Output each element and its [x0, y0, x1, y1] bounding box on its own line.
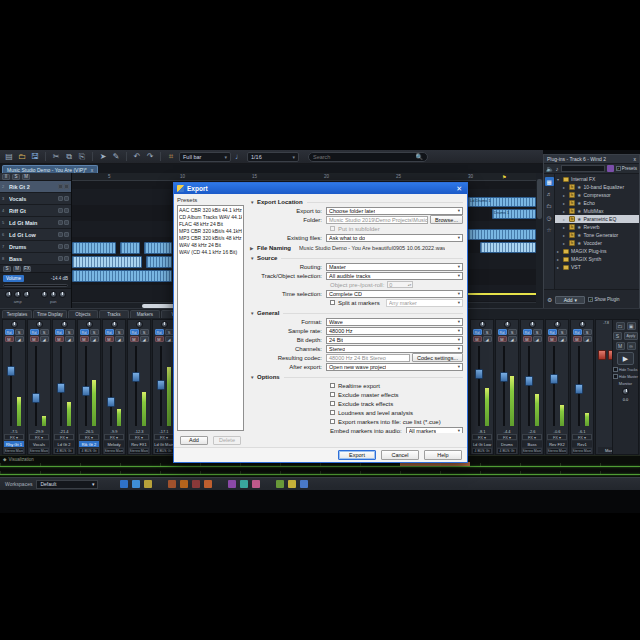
mouse-mode-icon[interactable]: ➤	[98, 153, 108, 161]
mute-button[interactable]: M	[5, 336, 14, 342]
fader-cap[interactable]	[132, 372, 140, 382]
fx-slot[interactable]: FX ▾	[547, 434, 567, 440]
amp-knob[interactable]	[5, 291, 12, 298]
track-mini-button[interactable]	[64, 208, 69, 213]
preset-item[interactable]: WAV (CD 44.1 kHz 16 Bit)	[179, 249, 242, 256]
statusbar-tool-icon[interactable]	[252, 480, 260, 488]
strip-output[interactable]: 4 BUS Gt	[54, 448, 74, 454]
strip-output[interactable]: 4 BUS Gt	[497, 448, 517, 454]
plugin-folder[interactable]: ▸VST	[555, 263, 639, 271]
cut-icon[interactable]: ✂	[51, 153, 61, 161]
fader-cap[interactable]	[475, 369, 483, 379]
split-at-markers-checkbox[interactable]	[330, 300, 335, 305]
solo-button[interactable]: S	[558, 329, 567, 335]
fx-slot[interactable]: FX ▾	[154, 434, 174, 440]
strip-output[interactable]: Stereo Mast	[547, 448, 567, 454]
mixer-strip[interactable]: RdSM◢-12.3FX ▾Rev FX1Stereo Mast	[127, 319, 151, 455]
master-mute-button[interactable]: M	[616, 342, 625, 350]
redo-icon[interactable]: ↷	[145, 153, 155, 161]
pan-knob[interactable]	[36, 321, 43, 328]
section-general[interactable]: ▼ General	[250, 309, 463, 317]
bit-depth-select[interactable]: 24 Bit▾	[326, 336, 463, 344]
codec-settings-button[interactable]: Codec settings...	[412, 353, 463, 362]
pan-knob[interactable]	[59, 291, 66, 298]
audio-clip-selected[interactable]	[72, 256, 142, 268]
fader-cap[interactable]	[500, 372, 508, 382]
expander-icon[interactable]: ▸	[563, 201, 567, 206]
checkbox-checked-icon[interactable]: ✓	[616, 166, 621, 171]
grid-combo[interactable]: 1/16 ▾	[247, 152, 299, 162]
strip-output[interactable]: 4 BUS Gt	[472, 448, 492, 454]
favorite-star-icon[interactable]: ★	[577, 200, 581, 206]
toolbar-search[interactable]: 🔍	[308, 152, 428, 162]
record-button[interactable]: Rd	[130, 329, 139, 335]
pan-knob[interactable]	[161, 321, 168, 328]
mixer-tab[interactable]: Markers	[130, 310, 160, 318]
statusbar-tool-icon[interactable]	[288, 480, 296, 488]
monitor-button[interactable]: ◢	[483, 336, 492, 342]
monitor-button[interactable]: ◢	[558, 336, 567, 342]
time-selection-select[interactable]: Complete CD▾	[326, 290, 463, 298]
fx-slot[interactable]: FX ▾	[29, 434, 49, 440]
track-mini-button[interactable]	[64, 220, 69, 225]
track-mini-button[interactable]	[58, 256, 63, 261]
audio-clip[interactable]: Ld Drums 1	[468, 197, 536, 207]
preset-item[interactable]: MP3 CBR 320 kBit/s 48 kHz	[179, 235, 242, 242]
record-button[interactable]: Rd	[548, 329, 557, 335]
statusbar-tool-icon[interactable]	[120, 480, 128, 488]
fx-slot[interactable]: FX ▾	[522, 434, 542, 440]
plugin-search[interactable]	[561, 165, 605, 172]
strip-output[interactable]: Stereo Mast	[4, 448, 24, 454]
cancel-button[interactable]: Cancel	[381, 450, 419, 460]
track-row[interactable]: 3Vocals	[0, 193, 71, 205]
pan-knob[interactable]	[479, 321, 486, 328]
format-select[interactable]: Wave▾	[326, 318, 463, 326]
track-row[interactable]: 4Riff Gt	[0, 205, 71, 217]
favorites-icon[interactable]: ☆	[545, 225, 554, 234]
expander-icon[interactable]: ▸	[563, 241, 567, 246]
favorite-star-icon[interactable]: ★	[577, 224, 581, 230]
audio-clip[interactable]	[144, 242, 172, 254]
solo-button[interactable]: S	[15, 329, 24, 335]
fader-cap[interactable]	[157, 380, 165, 390]
sample-rate-select[interactable]: 48000 Hz▾	[326, 327, 463, 335]
fx-slot[interactable]: FX ▾	[79, 434, 99, 440]
fx-slot[interactable]: FX ▾	[572, 434, 592, 440]
expander-icon[interactable]: ▾	[557, 177, 561, 182]
mute-button[interactable]: M	[105, 336, 114, 342]
expand-icon[interactable]: ▶	[250, 246, 257, 251]
monitor-button[interactable]: ◢	[583, 336, 592, 342]
scrollbar-thumb[interactable]	[537, 179, 542, 219]
files-icon[interactable]: 🗀	[545, 201, 554, 210]
mixer-tab[interactable]: Templates	[2, 310, 32, 318]
monitor-button[interactable]: ◢	[533, 336, 542, 342]
strip-output[interactable]: Stereo Mast	[572, 448, 592, 454]
subfolder-checkbox[interactable]	[330, 226, 335, 231]
mixer-strip[interactable]: RdSM◢-2.6FX ▾BassStereo Mast	[520, 319, 544, 455]
gear-icon[interactable]: ⚙	[547, 296, 552, 303]
instruments-icon[interactable]: ♬	[545, 189, 554, 198]
expander-icon[interactable]: ▸	[563, 217, 567, 222]
mixer-strip[interactable]: RdSM◢-8.1FX ▾Ld Gt Low4 BUS Gt	[470, 319, 494, 455]
section-export-location[interactable]: ▼ Export Location	[250, 198, 463, 206]
strip-output[interactable]: Stereo Mast	[104, 448, 124, 454]
global-mute-button[interactable]: M	[22, 174, 30, 180]
fader-cap[interactable]	[32, 393, 40, 403]
expander-icon[interactable]: ▸	[557, 257, 561, 262]
help-button[interactable]: Help	[424, 450, 462, 460]
pan-knob[interactable]	[529, 321, 536, 328]
expander-icon[interactable]: ▸	[563, 209, 567, 214]
track-size-button[interactable]: II	[2, 174, 10, 180]
marker-flag-icon[interactable]: ⚑	[502, 174, 506, 180]
solo-button[interactable]: S	[483, 329, 492, 335]
checkbox-icon[interactable]	[613, 367, 618, 372]
monitor-button[interactable]: ◢	[508, 336, 517, 342]
record-button[interactable]: Rd	[80, 329, 89, 335]
statusbar-tool-icon[interactable]	[276, 480, 284, 488]
audio-clip-selected[interactable]	[480, 242, 536, 253]
statusbar-tool-icon[interactable]	[168, 480, 176, 488]
plugins-view-icon[interactable]: ▦	[545, 177, 554, 186]
folder-icon[interactable]: 🗀	[616, 322, 625, 330]
mixer-strip[interactable]: RdSM◢-21.4FX ▾Ld Gt 24 BUS Gt	[52, 319, 76, 455]
mixer-strip[interactable]: RdSM◢-6.1FX ▾Rev1Stereo Mast	[570, 319, 594, 455]
